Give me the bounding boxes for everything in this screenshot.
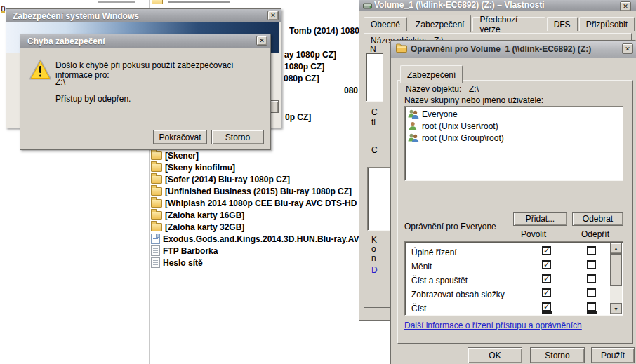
continue-button[interactable]: Pokračovat (153, 130, 207, 144)
group-list-partial[interactable] (366, 53, 383, 102)
security-error-dialog: Chyba zabezpečení ✕ Došlo k chybě při po… (20, 34, 271, 150)
permissions-dialog: Oprávnění pro Volume_1 (\\dlink-EC6892) … (390, 40, 636, 364)
permissions-icon (396, 43, 407, 55)
list-item[interactable]: Exodus.Gods.and.Kings.2014.3D.HUN.Blu-ra… (151, 233, 370, 245)
list-item[interactable]: [Whiplash 2014 1080p CEE Blu-ray AVC DTS… (151, 197, 372, 209)
windows-security-titlebar[interactable]: Zabezpečení systému Windows (6, 9, 281, 22)
file-name: [Skener] (165, 151, 199, 161)
properties-tab-strip: ObecnéZabezpečeníPředchozí verzeDFSPřizp… (364, 15, 636, 31)
error-path: Z:\ (55, 77, 65, 87)
clipped-file-name-fragment: 080 (344, 86, 358, 95)
list-item[interactable]: [Unfinished Business (2015) Blu-ray 1080… (151, 185, 352, 197)
tab-zabezpe-en-[interactable]: Zabezpečení (409, 15, 471, 32)
tab-p-edchoz-verze[interactable]: Předchozí verze (472, 17, 545, 31)
volume-properties-titlebar[interactable]: Volume_1 (\\dlink-EC6892) (Z:) – Vlastno… (359, 0, 636, 11)
file-name: [Zaloha karty 32GB] (165, 222, 244, 232)
drive-icon (363, 1, 372, 11)
tab-obecn-[interactable]: Obecné (364, 17, 407, 31)
folder-icon (151, 199, 162, 208)
list-item[interactable]: [Zaloha karty 16GB] (151, 209, 244, 221)
folder-icon (151, 187, 162, 196)
clipped-file-name-fragment: 1080p CZ] (284, 62, 324, 72)
file-name: Exodus.Gods.and.Kings.2014.3D.HUN.Blu-ra… (163, 234, 370, 244)
dialog-title: Chyba zabezpečení (23, 36, 105, 46)
clipped-text-fragment: n (371, 253, 376, 263)
error-detail: Přístup byl odepřen. (55, 94, 131, 104)
error-message: Došlo k chybě při pokusu použít zabezpeč… (55, 60, 266, 80)
permissions-titlebar[interactable]: Oprávnění pro Volume_1 (\\dlink-EC6892) … (391, 41, 636, 58)
folder-icon (151, 151, 162, 160)
file-name: Heslo sítě (163, 258, 203, 268)
clipped-text-fragment: C (371, 145, 378, 155)
file-name: FTP Barborka (163, 246, 218, 256)
text-doc-icon (151, 257, 160, 268)
close-icon[interactable]: ✕ (267, 11, 279, 20)
folder-icon (151, 223, 162, 231)
security-error-titlebar[interactable]: Chyba zabezpečení (20, 34, 270, 48)
file-name: [Whiplash 2014 1080p CEE Blu-ray AVC DTS… (165, 198, 372, 208)
permission-list-partial[interactable] (367, 167, 390, 231)
text-doc-icon (151, 245, 160, 256)
clipped-text-fragment: tl (371, 117, 376, 127)
clipped-row-fragment (98, 1, 135, 3)
clipped-text-fragment: C (371, 107, 378, 117)
clipped-file-name-fragment: ay 1080p CZ] (284, 50, 336, 60)
clipped-file-name-fragment: 0p CZ] (285, 112, 311, 122)
tab-p-izp-sobit[interactable]: Přizpůsobit (579, 17, 635, 31)
close-icon[interactable]: ✕ (256, 36, 267, 46)
clipped-row-fragment (168, 1, 230, 3)
tab-zabezpeceni[interactable]: Zabezpečení (400, 65, 463, 83)
folder-icon (151, 211, 162, 220)
list-item[interactable]: Heslo sítě (151, 257, 203, 269)
clipped-text-fragment: N (370, 44, 376, 54)
close-icon[interactable]: ✕ (620, 1, 631, 11)
dialog-title: Oprávnění pro Volume_1 (\\dlink-EC6892) … (411, 44, 591, 54)
clipped-text-fragment: D (371, 265, 378, 275)
clipped-text-fragment: K (371, 235, 377, 245)
clipped-file-name-fragment: 080p CZ] (284, 74, 319, 83)
tab-label: Zabezpečení (407, 70, 456, 80)
tab-dfs[interactable]: DFS (547, 17, 578, 31)
doc-icon (151, 234, 160, 244)
cancel-button[interactable]: Storno (211, 130, 264, 144)
list-item[interactable]: FTP Barborka (151, 245, 218, 257)
file-name: [Sofer (2014) Blu-ray 1080p CZ] (165, 175, 290, 184)
file-name: [Unfinished Business (2015) Blu-ray 1080… (165, 187, 352, 196)
warning-icon (29, 59, 52, 83)
file-name: [Zaloha karty 16GB] (165, 210, 244, 220)
list-item[interactable]: [Zaloha karty 32GB] (151, 221, 244, 233)
desktop: { "icons": { "close": "✕", "check": "✓",… (0, 0, 636, 364)
list-item[interactable]: [Skeny kinofilmu] (151, 161, 235, 173)
list-item[interactable]: [Sofer (2014) Blu-ray 1080p CZ] (151, 173, 290, 185)
folder-icon (152, 0, 163, 4)
list-item[interactable]: [Skener] (151, 149, 199, 161)
window-title: Zabezpečení systému Windows (9, 11, 139, 21)
file-name: [Skeny kinofilmu] (165, 163, 235, 173)
window-title: Volume_1 (\\dlink-EC6892) (Z:) – Vlastno… (374, 0, 545, 10)
clipped-icon-fragment (1, 11, 5, 13)
clipped-text-fragment: o (371, 244, 376, 254)
folder-icon (151, 175, 162, 184)
clipped-row-fragment (151, 0, 164, 4)
close-icon[interactable]: ✕ (622, 43, 633, 54)
clipped-file-name-fragment: Tomb (2014) 1080 (289, 26, 359, 36)
permissions-tab-page (397, 80, 633, 344)
folder-icon (151, 163, 162, 172)
